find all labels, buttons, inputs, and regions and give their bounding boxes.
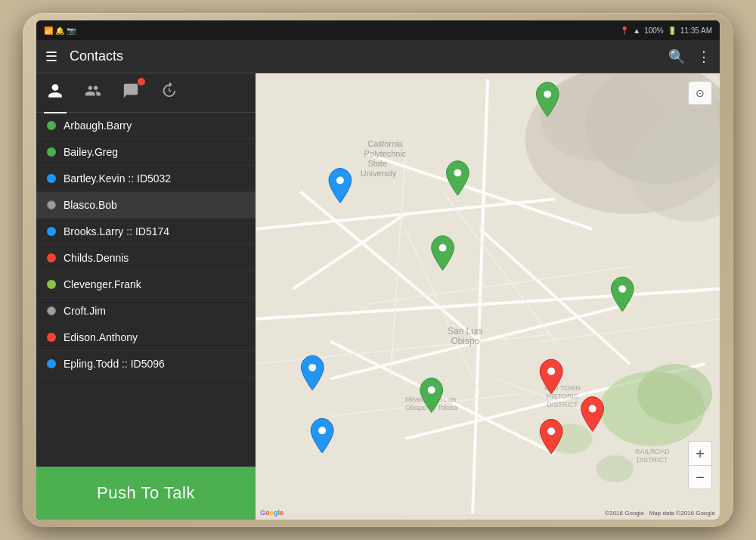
contact-status-dot [47,147,56,157]
contact-status-dot [47,359,56,368]
tab-contacts[interactable] [44,79,67,106]
zoom-in-button[interactable]: + [688,441,712,465]
contact-status-dot [47,174,56,183]
svg-point-49 [547,427,555,435]
sidebar: Arbaugh.BarryBailey.GregBartley.Kevin ::… [36,73,256,520]
contact-item[interactable]: Clevenger.Frank [36,272,256,298]
svg-point-45 [336,177,344,185]
contacts-list: Arbaugh.BarryBailey.GregBartley.Kevin ::… [36,113,256,467]
svg-text:California: California [368,139,404,148]
zoom-controls: + − [688,441,712,489]
push-to-talk-button[interactable]: Push To Talk [36,467,256,520]
status-right-info: 📍 ▲ 100% 🔋 11:35 AM [620,26,712,35]
svg-point-41 [454,169,461,177]
header-action-icons: 🔍 ⋮ [668,48,711,65]
svg-point-48 [547,368,555,375]
map-svg: California Polytechnic State University … [256,73,720,520]
svg-point-24 [637,364,712,424]
status-left-icons: 📶 🔔 📷 [44,26,76,35]
contact-status-dot [47,306,56,315]
svg-point-43 [428,386,435,394]
contact-item[interactable]: Blasco.Bob [36,192,256,219]
contact-status-dot [47,121,56,130]
contact-item[interactable]: Childs.Dennis [36,245,256,272]
map-controls: ⊙ [688,81,712,105]
svg-text:DISTRICT: DISTRICT [637,456,668,464]
tab-bar [36,73,256,113]
svg-text:Polytechnic: Polytechnic [364,149,407,158]
contact-status-dot [47,333,56,342]
clock: 11:35 AM [680,26,712,35]
signal-icon: ▲ [633,26,640,35]
more-options-icon[interactable]: ⋮ [697,48,711,65]
contact-item[interactable]: Brooks.Larry :: ID5174 [36,219,256,245]
contact-name: Clevenger.Frank [64,278,141,290]
svg-point-40 [544,91,551,98]
svg-text:San Luis: San Luis [448,326,482,337]
contact-name: Childs.Dennis [64,252,129,264]
google-logo: Google [260,509,284,517]
tab-group[interactable] [82,79,104,106]
contact-status-dot [47,253,56,262]
tab-history[interactable] [157,79,180,106]
main-content: Arbaugh.BarryBailey.GregBartley.Kevin ::… [36,73,720,520]
location-button[interactable]: ⊙ [688,81,712,105]
svg-point-44 [618,285,626,293]
svg-text:DISTRICT: DISTRICT [547,401,578,408]
svg-text:RAILROAD: RAILROAD [635,448,670,455]
contact-name: Epling.Todd :: ID5096 [64,358,165,370]
svg-point-26 [596,455,634,483]
contact-status-dot [47,280,56,289]
contact-name: Bartley.Kevin :: ID5032 [64,172,171,185]
push-to-talk-label: Push To Talk [97,483,195,503]
notification-icons: 📶 🔔 📷 [44,26,76,35]
search-icon[interactable]: 🔍 [668,48,685,65]
map-area: California Polytechnic State University … [256,73,720,520]
chat-badge [138,78,145,85]
location-icon: 📍 [620,26,629,35]
contact-item[interactable]: Bartley.Kevin :: ID5032 [36,166,256,192]
svg-point-46 [308,364,316,371]
header-title: Contacts [70,48,668,64]
contact-item[interactable]: Epling.Todd :: ID5096 [36,351,256,377]
svg-point-47 [318,427,326,434]
contact-name: Bailey.Greg [64,146,118,158]
contact-status-dot [47,227,56,236]
svg-point-42 [439,244,447,252]
contact-item[interactable]: Edison.Anthony [36,324,256,351]
contact-name: Blasco.Bob [64,199,117,211]
svg-text:State: State [368,159,387,168]
contact-item[interactable]: Arbaugh.Barry [36,113,256,139]
menu-icon[interactable]: ☰ [45,48,57,65]
battery-level: 100% [644,26,664,35]
contact-name: Arbaugh.Barry [64,119,132,132]
tablet-device: 📶 🔔 📷 📍 ▲ 100% 🔋 11:35 AM ☰ Contacts 🔍 ⋮ [23,13,733,527]
battery-icon: 🔋 [668,26,677,35]
svg-text:University: University [361,169,397,178]
contact-name: Brooks.Larry :: ID5174 [64,225,169,237]
tablet-screen: 📶 🔔 📷 📍 ▲ 100% 🔋 11:35 AM ☰ Contacts 🔍 ⋮ [36,20,720,520]
contact-name: Croft.Jim [64,305,106,317]
svg-point-50 [589,405,596,413]
svg-text:Obispo: Obispo [451,336,479,346]
status-bar: 📶 🔔 📷 📍 ▲ 100% 🔋 11:35 AM [36,20,720,40]
app-header: ☰ Contacts 🔍 ⋮ [36,40,720,73]
contact-item[interactable]: Bailey.Greg [36,139,256,166]
contact-name: Edison.Anthony [64,331,138,343]
tab-chat[interactable] [119,79,142,106]
map-attribution: ©2016 Google · Map data ©2016 Google [605,510,715,517]
zoom-out-button[interactable]: − [688,465,712,489]
contact-item[interactable]: Croft.Jim [36,298,256,324]
contact-status-dot [47,200,56,209]
